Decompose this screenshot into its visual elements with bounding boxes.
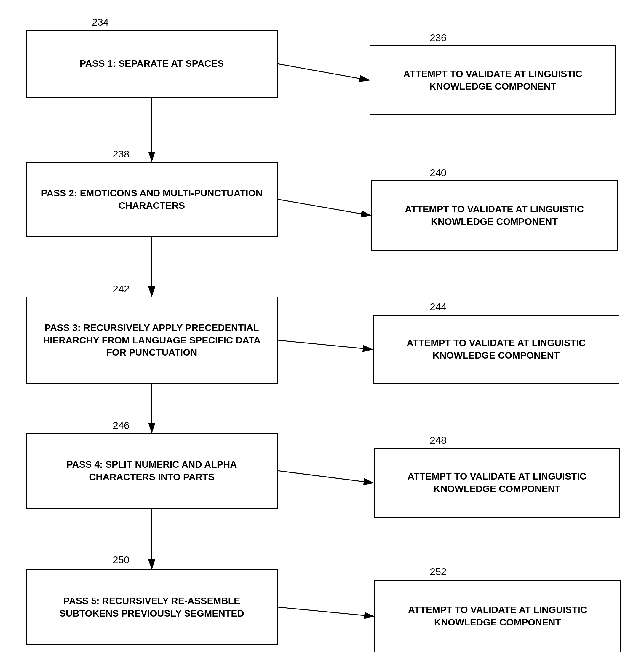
box-248: ATTEMPT TO VALIDATE AT LINGUISTIC KNOWLE… [374, 448, 620, 518]
box-238: PASS 2: EMOTICONS AND MULTI-PUNCTUATION … [26, 162, 278, 237]
ref-label-240: 240 [430, 167, 446, 178]
box-244: ATTEMPT TO VALIDATE AT LINGUISTIC KNOWLE… [373, 315, 619, 384]
svg-line-3 [278, 199, 370, 215]
box-240-label: ATTEMPT TO VALIDATE AT LINGUISTIC KNOWLE… [378, 203, 611, 228]
box-252-label: ATTEMPT TO VALIDATE AT LINGUISTIC KNOWLE… [381, 604, 614, 629]
ref-label-252: 252 [430, 566, 446, 577]
box-252: ATTEMPT TO VALIDATE AT LINGUISTIC KNOWLE… [374, 580, 621, 653]
box-234: PASS 1: SEPARATE AT SPACES [26, 30, 278, 98]
box-242: PASS 3: RECURSIVELY APPLY PRECEDENTIAL H… [26, 296, 278, 384]
box-236-label: ATTEMPT TO VALIDATE AT LINGUISTIC KNOWLE… [376, 68, 609, 92]
box-250-label: PASS 5: RECURSIVELY RE-ASSEMBLE SUBTOKEN… [32, 595, 271, 619]
ref-label-236: 236 [430, 32, 446, 44]
svg-line-7 [278, 471, 372, 483]
box-248-label: ATTEMPT TO VALIDATE AT LINGUISTIC KNOWLE… [381, 470, 614, 495]
ref-label-242: 242 [113, 283, 130, 295]
ref-label-234: 234 [92, 16, 109, 28]
box-246: PASS 4: SPLIT NUMERIC AND ALPHA CHARACTE… [26, 433, 278, 509]
svg-line-9 [278, 607, 373, 616]
ref-label-246: 246 [113, 420, 130, 431]
svg-line-5 [278, 340, 372, 349]
box-250: PASS 5: RECURSIVELY RE-ASSEMBLE SUBTOKEN… [26, 569, 278, 645]
box-244-label: ATTEMPT TO VALIDATE AT LINGUISTIC KNOWLE… [380, 337, 613, 361]
svg-line-1 [278, 64, 368, 80]
ref-label-250: 250 [113, 554, 130, 566]
box-240: ATTEMPT TO VALIDATE AT LINGUISTIC KNOWLE… [371, 180, 618, 250]
box-236: ATTEMPT TO VALIDATE AT LINGUISTIC KNOWLE… [370, 45, 616, 115]
ref-label-244: 244 [430, 301, 446, 313]
box-238-label: PASS 2: EMOTICONS AND MULTI-PUNCTUATION … [32, 187, 271, 212]
ref-label-248: 248 [430, 435, 446, 446]
box-242-label: PASS 3: RECURSIVELY APPLY PRECEDENTIAL H… [32, 322, 271, 359]
box-246-label: PASS 4: SPLIT NUMERIC AND ALPHA CHARACTE… [32, 459, 271, 483]
diagram-container: 234 236 238 240 242 244 246 248 250 252 … [0, 0, 644, 659]
ref-label-238: 238 [113, 148, 130, 160]
box-234-label: PASS 1: SEPARATE AT SPACES [80, 58, 224, 70]
